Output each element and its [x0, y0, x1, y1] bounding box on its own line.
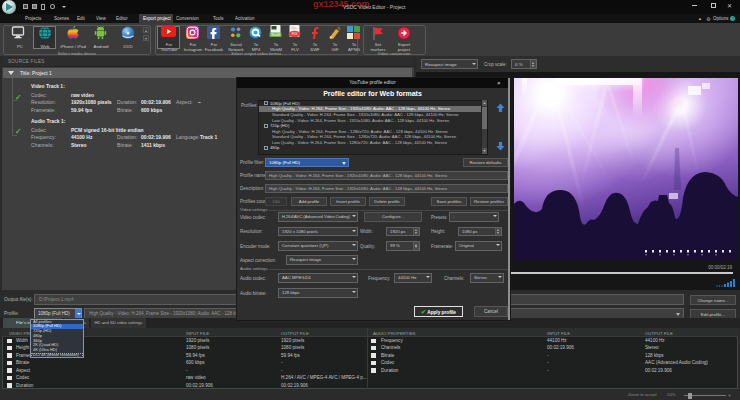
- svg-text:FLV: FLV: [292, 32, 298, 36]
- svg-text:WebM: WebM: [271, 33, 280, 37]
